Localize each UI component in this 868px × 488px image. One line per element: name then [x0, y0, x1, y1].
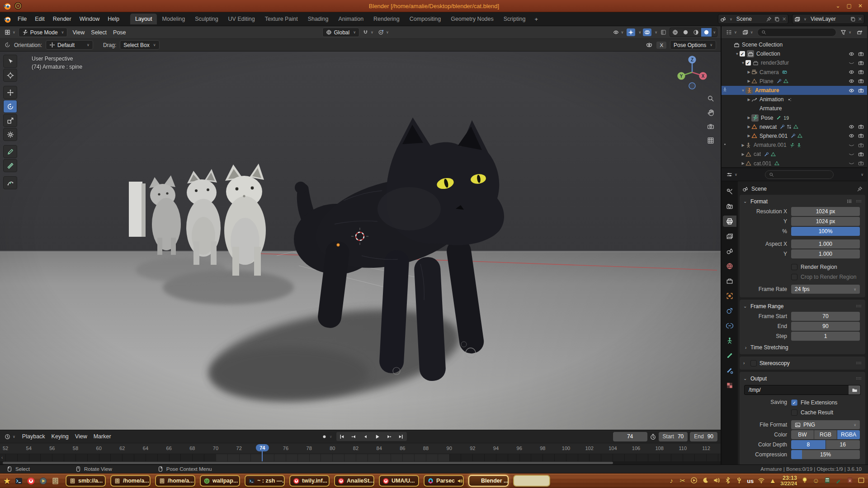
depth-16-button[interactable]: 16: [826, 440, 860, 449]
camera-view-icon[interactable]: [707, 123, 714, 130]
pose-mirror-icon[interactable]: [646, 42, 653, 49]
outliner-row-collection[interactable]: ▼✓Collection: [722, 49, 867, 58]
ruler-tick-62[interactable]: 62: [119, 446, 125, 451]
expand-arrow-icon[interactable]: ▶: [746, 70, 751, 74]
play-button[interactable]: [372, 432, 383, 441]
navigation-gizmo[interactable]: Z Y X: [675, 54, 709, 93]
ruler-tick-80[interactable]: 80: [330, 446, 335, 451]
menu-file[interactable]: File: [14, 14, 31, 24]
overwrite-checkbox[interactable]: ✓Overwrite: [791, 464, 824, 465]
window-close-button[interactable]: ✕: [858, 3, 863, 9]
outliner-filter-button[interactable]: ∨: [839, 28, 853, 36]
blender-menu-logo-icon[interactable]: [4, 15, 11, 23]
tool-measure-button[interactable]: [3, 159, 17, 172]
properties-tab-render[interactable]: [723, 201, 736, 212]
tray-wifi-icon[interactable]: [758, 477, 765, 485]
tool-move-button[interactable]: [3, 86, 17, 99]
properties-options-icon[interactable]: ∨: [861, 173, 863, 177]
render-toggle-icon[interactable]: [858, 69, 864, 75]
expand-arrow-icon[interactable]: ▶: [746, 79, 751, 83]
playhead[interactable]: [262, 451, 263, 461]
menu-help[interactable]: Help: [104, 14, 123, 24]
tray-calculator-icon[interactable]: [824, 477, 831, 485]
workspace-tab-modeling[interactable]: Modeling: [157, 14, 190, 24]
task-uma-u[interactable]: UMA/U...: [379, 475, 419, 487]
collection-checkbox[interactable]: ✓: [745, 60, 751, 66]
tray-bluetooth-icon[interactable]: [724, 477, 731, 485]
ruler-tick-66[interactable]: 66: [166, 446, 172, 451]
expand-arrow-icon[interactable]: ▶: [741, 152, 745, 156]
menu-edit[interactable]: Edit: [31, 14, 49, 24]
tray-tray-expand-icon[interactable]: ▲: [769, 477, 776, 485]
next-keyframe-button[interactable]: [383, 432, 395, 441]
task-home-a[interactable]: /home/a...: [110, 475, 151, 487]
breadcrumb-scene[interactable]: Scene: [751, 186, 767, 192]
expand-arrow-icon[interactable]: ▼: [741, 61, 745, 65]
properties-tab-object-data[interactable]: [723, 335, 736, 346]
workspace-tab-shading[interactable]: Shading: [303, 14, 334, 24]
render-toggle-icon[interactable]: [858, 88, 864, 94]
collapse-icon[interactable]: ⌄: [743, 376, 748, 381]
visibility-toggle-icon[interactable]: [849, 160, 854, 166]
keyboard-layout-indicator[interactable]: us: [747, 478, 754, 484]
stereoscopy-panel-title[interactable]: Stereoscopy: [760, 360, 790, 366]
mirror-x-button[interactable]: X: [656, 42, 666, 49]
ruler-tick-70[interactable]: 70: [213, 446, 218, 451]
tool-select-button[interactable]: [3, 55, 17, 68]
viewport-menu-pose[interactable]: Pose: [110, 28, 129, 37]
window-maximize-button[interactable]: ▢: [847, 3, 852, 9]
properties-tab-collection-props[interactable]: [723, 275, 736, 286]
editor-type-button[interactable]: ∨: [3, 28, 17, 36]
timeline-tracks[interactable]: [0, 454, 721, 461]
ruler-tick-94[interactable]: 94: [493, 446, 499, 451]
shading-wireframe-button[interactable]: [670, 28, 680, 37]
render-toggle-icon[interactable]: [858, 78, 864, 84]
properties-tab-bone-constraint[interactable]: [723, 365, 736, 376]
frame-end-field[interactable]: 90: [791, 322, 860, 331]
task-blender[interactable]: Blender ...: [468, 475, 509, 487]
expand-arrow-icon[interactable]: ▶: [746, 134, 751, 138]
tool-annotate-button[interactable]: [3, 145, 17, 158]
scene-selector[interactable]: ∨ Scene ✕: [718, 14, 788, 24]
unlink-scene-icon[interactable]: ✕: [782, 16, 786, 22]
ruler-tick-86[interactable]: 86: [400, 446, 405, 451]
outliner-row-cat-001[interactable]: ▶cat.001: [722, 159, 867, 168]
ortho-toggle-icon[interactable]: [707, 137, 714, 144]
ruler-tick-54[interactable]: 54: [26, 446, 32, 451]
properties-tab-constraints[interactable]: [723, 320, 736, 331]
ruler-tick-104[interactable]: 104: [609, 446, 617, 451]
task-home-a[interactable]: /home/a...: [155, 475, 195, 487]
properties-tab-tool[interactable]: [723, 186, 736, 197]
render-toggle-icon[interactable]: [858, 133, 864, 139]
workspace-tab-layout[interactable]: Layout: [130, 14, 157, 24]
resolution-percent-slider[interactable]: 100%: [791, 227, 860, 236]
outliner-row-plane[interactable]: ▶Plane: [722, 77, 867, 86]
current-frame-indicator[interactable]: 74: [256, 444, 269, 451]
viewport-3d[interactable]: User Perspective (74) Armature : spine Z…: [0, 52, 721, 430]
task-zsh[interactable]: ~ : zsh —...: [245, 475, 285, 487]
ruler-tick-52[interactable]: 52: [3, 446, 8, 451]
task-parsec[interactable]: Parsec: [424, 475, 464, 487]
snapping-toggle[interactable]: ∨: [361, 28, 375, 36]
white-slab[interactable]: [129, 182, 146, 237]
tool-pose-breakdowner-button[interactable]: [3, 176, 17, 189]
ruler-tick-76[interactable]: 76: [283, 446, 288, 451]
outliner-row-camera[interactable]: ▶Camera: [722, 68, 867, 77]
expand-arrow-icon[interactable]: ▶: [746, 98, 751, 102]
task-analiest[interactable]: AnalieSt...: [334, 475, 374, 487]
frame-range-panel-title[interactable]: Frame Range: [750, 303, 783, 310]
shading-material-button[interactable]: [691, 28, 701, 37]
clock[interactable]: 23:13 3/22/24: [780, 475, 797, 486]
ruler-tick-92[interactable]: 92: [470, 446, 475, 451]
properties-tab-physics[interactable]: [723, 305, 736, 316]
task-smb-a[interactable]: smb://a...: [66, 475, 106, 487]
render-toggle-icon[interactable]: [858, 124, 864, 130]
ruler-tick-96[interactable]: 96: [517, 446, 522, 451]
play-reverse-button[interactable]: [360, 432, 372, 441]
tray-usb-icon[interactable]: [736, 477, 743, 485]
compression-slider[interactable]: 15%: [791, 450, 860, 459]
ruler-tick-60[interactable]: 60: [96, 446, 102, 451]
properties-tab-bone[interactable]: [723, 350, 736, 361]
ruler-tick-84[interactable]: 84: [377, 446, 382, 451]
workspace-tab-scripting[interactable]: Scripting: [499, 14, 531, 24]
